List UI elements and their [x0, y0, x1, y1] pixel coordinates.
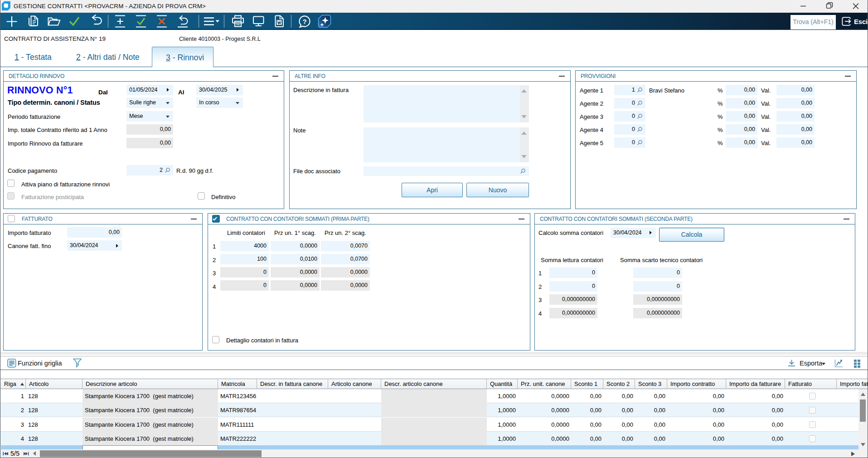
svg-text:?: ?: [302, 18, 306, 25]
